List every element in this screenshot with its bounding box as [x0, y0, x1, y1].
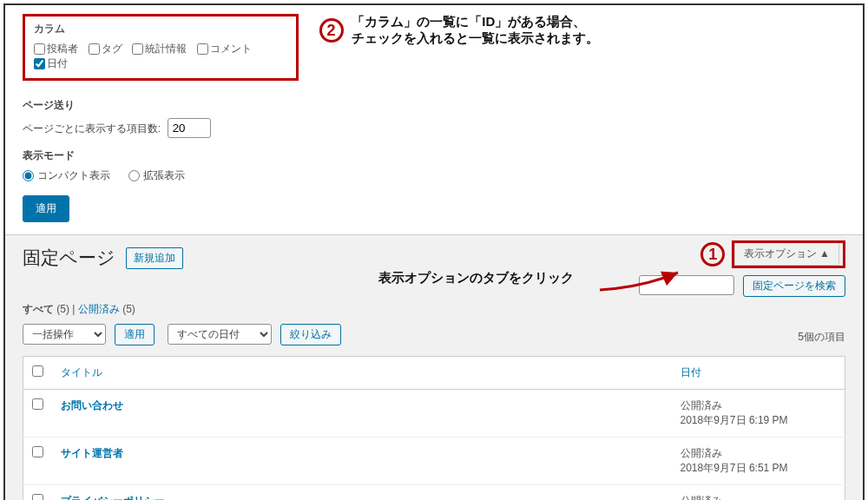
table-row: プライバシーポリシー公開済み2018年9月7日 6:33 PM: [23, 485, 845, 501]
pagination-fieldset: ページ送り ページごとに表示する項目数:: [23, 98, 845, 138]
annotation-2-line1: 「カラム」の一覧に「ID」がある場合、: [352, 14, 586, 29]
status-filter-links: すべて (5) | 公開済み (5): [5, 302, 863, 324]
pages-table: タイトル 日付 お問い合わせ公開済み2018年9月7日 6:19 PMサイト運営…: [23, 356, 845, 500]
item-count: 5個の項目: [798, 330, 845, 345]
row-status: 公開済み: [681, 494, 837, 500]
row-date: 2018年9月7日 6:51 PM: [681, 462, 788, 474]
row-date: 2018年9月7日 6:19 PM: [681, 414, 788, 426]
filter-button[interactable]: 絞り込み: [280, 324, 341, 345]
annotation-1-row: 表示オプションのタブをクリック 固定ページを検索: [5, 275, 863, 302]
row-checkbox[interactable]: [32, 494, 43, 500]
filter-all-count: (5): [56, 303, 69, 315]
row-status: 公開済み: [681, 398, 837, 413]
annotation-2-line2: チェックを入れると一覧に表示されます。: [352, 30, 599, 45]
bulk-apply-button[interactable]: 適用: [115, 324, 155, 345]
filter-published-link[interactable]: 公開済み: [78, 303, 120, 315]
annotation-number-2-icon: 2: [319, 18, 344, 43]
column-checkbox-author[interactable]: 投稿者: [34, 42, 78, 56]
bulk-action-select[interactable]: 一括操作: [23, 324, 106, 345]
date-filter-select[interactable]: すべての日付: [168, 324, 272, 345]
add-new-button[interactable]: 新規追加: [126, 247, 183, 269]
view-mode-fieldset: 表示モード コンパクト表示 拡張表示: [23, 148, 845, 183]
select-all-checkbox[interactable]: [32, 365, 43, 377]
table-row: お問い合わせ公開済み2018年9月7日 6:19 PM: [23, 390, 845, 438]
columns-fieldset: カラム 投稿者 タグ 統計情報 コメント 日付: [23, 14, 299, 81]
items-per-page-label: ページごとに表示する項目数:: [23, 122, 161, 135]
annotation-2: 2 「カラム」の一覧に「ID」がある場合、 チェックを入れると一覧に表示されます…: [319, 14, 600, 47]
screen-options-panel: カラム 投稿者 タグ 統計情報 コメント 日付 2 「カラム」の一覧に「ID」が…: [5, 5, 863, 235]
table-row: サイト運営者公開済み2018年9月7日 6:51 PM: [23, 438, 845, 485]
row-checkbox[interactable]: [32, 398, 43, 410]
columns-legend: カラム: [34, 23, 65, 35]
tablenav: 一括操作 適用 すべての日付 絞り込み 5個の項目: [5, 324, 863, 352]
column-header-title[interactable]: タイトル: [52, 357, 672, 390]
view-mode-compact[interactable]: コンパクト表示: [23, 168, 110, 183]
column-checkbox-stats[interactable]: 統計情報: [132, 42, 187, 56]
row-status: 公開済み: [681, 446, 837, 461]
view-mode-extended[interactable]: 拡張表示: [128, 168, 185, 183]
column-checkbox-comments[interactable]: コメント: [197, 42, 252, 56]
screen-options-toggle[interactable]: 表示オプション ▲: [734, 243, 839, 266]
annotation-number-1-icon: 1: [700, 242, 725, 266]
column-header-date[interactable]: 日付: [672, 357, 845, 390]
page-title-link[interactable]: サイト運営者: [61, 447, 123, 459]
annotation-1-text: 表示オプションのタブをクリック: [378, 270, 574, 286]
items-per-page-input[interactable]: [168, 118, 211, 138]
column-checkbox-tags[interactable]: タグ: [89, 42, 122, 56]
annotation-1-frame: 表示オプション ▲: [732, 240, 845, 268]
column-checkbox-date[interactable]: 日付: [34, 56, 68, 71]
search-pages-button[interactable]: 固定ページを検索: [743, 275, 845, 297]
screen-options-apply-button[interactable]: 適用: [23, 195, 69, 222]
page-title-link[interactable]: プライバシーポリシー: [61, 495, 165, 500]
row-checkbox[interactable]: [32, 446, 43, 457]
page-title-link[interactable]: お問い合わせ: [61, 399, 123, 411]
pagination-legend: ページ送り: [23, 98, 845, 113]
view-mode-legend: 表示モード: [23, 148, 845, 163]
arrow-icon: [595, 268, 691, 294]
filter-all-label[interactable]: すべて: [23, 303, 54, 315]
filter-published-count: (5): [122, 303, 135, 315]
page-title: 固定ページ: [23, 246, 115, 270]
